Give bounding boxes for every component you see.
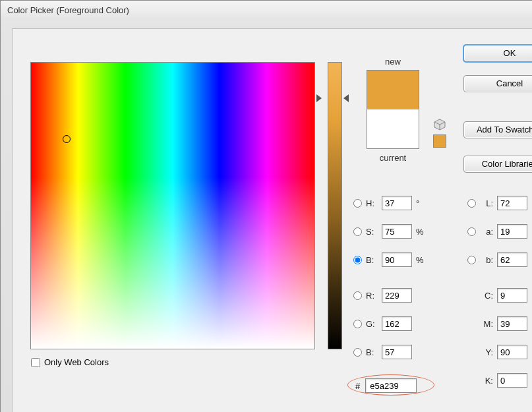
new-color-swatch <box>367 71 419 109</box>
color-picker-window: Color Picker (Foreground Color) new curr… <box>0 0 532 412</box>
magenta-input[interactable] <box>497 316 527 331</box>
red-label: R: <box>366 291 378 301</box>
blue-input[interactable] <box>382 345 412 359</box>
saturation-input[interactable] <box>382 224 412 239</box>
magenta-row: M: <box>480 316 527 332</box>
lab-b-label: b: <box>480 255 493 265</box>
green-label: G: <box>366 319 378 329</box>
hue-label: H: <box>366 198 378 208</box>
lab-b-radio[interactable] <box>467 256 476 264</box>
hex-row: # <box>355 378 417 393</box>
brightness-row: B: % <box>353 252 425 268</box>
spectrum-cursor-icon[interactable] <box>63 135 71 143</box>
hue-unit: ° <box>416 198 425 208</box>
spectrum-marker-icon <box>316 94 322 102</box>
saturation-unit: % <box>416 227 425 237</box>
color-libraries-button[interactable]: Color Libraries <box>463 156 532 173</box>
cancel-button[interactable]: Cancel <box>463 75 532 92</box>
red-radio[interactable] <box>353 291 362 300</box>
strip-marker-icon[interactable] <box>343 94 349 102</box>
add-to-swatches-button[interactable]: Add To Swatches <box>463 121 532 138</box>
lab-l-radio[interactable] <box>467 199 476 208</box>
hex-input[interactable] <box>365 378 417 393</box>
cyan-row: C: <box>480 287 527 303</box>
color-preview-swatch <box>367 70 419 149</box>
brightness-strip[interactable] <box>328 62 342 349</box>
blue-radio[interactable] <box>353 348 362 357</box>
brightness-radio[interactable] <box>353 256 362 264</box>
hue-row: H: ° <box>353 195 425 211</box>
ok-button[interactable]: OK <box>463 45 532 62</box>
hue-input[interactable] <box>382 196 412 210</box>
brightness-input[interactable] <box>382 252 412 267</box>
green-radio[interactable] <box>353 320 362 328</box>
websafe-color-swatch[interactable] <box>433 134 446 148</box>
lab-b-row: b: <box>467 252 527 268</box>
black-input[interactable] <box>497 373 527 388</box>
saturation-radio[interactable] <box>353 227 362 236</box>
yellow-row: Y: <box>480 344 527 360</box>
brightness-label: B: <box>366 255 378 265</box>
color-spectrum[interactable] <box>30 62 315 349</box>
lab-l-row: L: <box>467 195 527 211</box>
brightness-unit: % <box>416 255 425 265</box>
yellow-label: Y: <box>480 347 493 357</box>
lab-l-input[interactable] <box>497 196 527 210</box>
cyan-label: C: <box>480 291 493 301</box>
window-title: Color Picker (Foreground Color) <box>1 1 532 20</box>
lab-b-input[interactable] <box>497 252 527 267</box>
cyan-input[interactable] <box>497 288 527 303</box>
lab-a-label: a: <box>480 227 493 237</box>
lab-a-radio[interactable] <box>467 227 476 236</box>
yellow-input[interactable] <box>497 345 527 359</box>
green-input[interactable] <box>382 316 412 331</box>
lab-l-label: L: <box>480 198 493 208</box>
magenta-label: M: <box>480 319 493 329</box>
saturation-label: S: <box>366 227 378 237</box>
green-row: G: <box>353 316 412 332</box>
black-row: K: <box>480 372 527 388</box>
lab-a-input[interactable] <box>497 224 527 239</box>
current-color-label: current <box>367 153 419 163</box>
saturation-row: S: % <box>353 223 425 239</box>
only-web-colors-row[interactable]: Only Web Colors <box>31 357 109 367</box>
current-color-swatch[interactable] <box>367 109 419 148</box>
red-input[interactable] <box>382 288 412 303</box>
spectrum-gradient <box>31 63 314 349</box>
client-area: new current OK Cancel Add To Swatches Co… <box>12 28 532 412</box>
new-color-label: new <box>367 57 419 67</box>
black-label: K: <box>480 376 493 386</box>
blue-label: B: <box>366 347 378 357</box>
blue-row: B: <box>353 344 412 360</box>
hue-radio[interactable] <box>353 199 362 208</box>
gamut-warning-cube-icon[interactable] <box>434 119 446 131</box>
lab-a-row: a: <box>467 223 527 239</box>
only-web-colors-label: Only Web Colors <box>44 357 109 367</box>
red-row: R: <box>353 287 412 303</box>
hex-prefix-label: # <box>355 381 360 391</box>
only-web-colors-checkbox[interactable] <box>31 358 40 367</box>
